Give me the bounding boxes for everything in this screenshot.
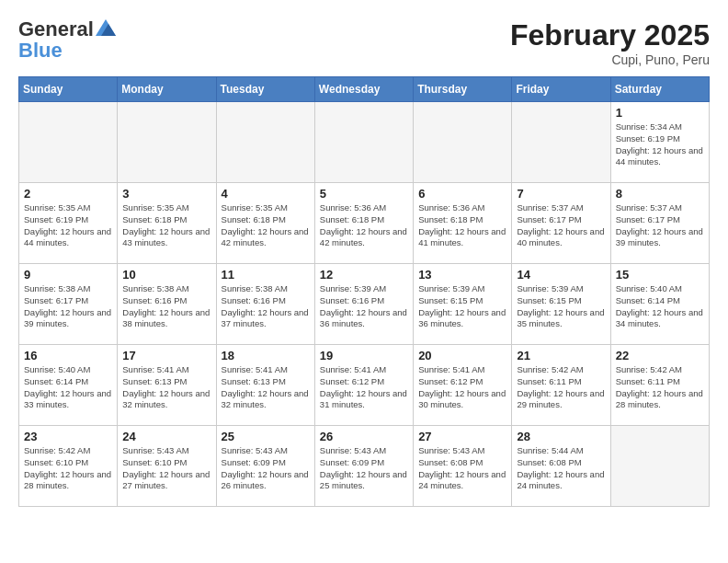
table-row: 16Sunrise: 5:40 AM Sunset: 6:14 PM Dayli…	[19, 345, 118, 426]
day-info: Sunrise: 5:37 AM Sunset: 6:17 PM Dayligh…	[616, 202, 704, 249]
day-info: Sunrise: 5:38 AM Sunset: 6:16 PM Dayligh…	[122, 283, 210, 330]
month-title: February 2025	[510, 18, 710, 52]
day-info: Sunrise: 5:36 AM Sunset: 6:18 PM Dayligh…	[320, 202, 408, 249]
table-row: 17Sunrise: 5:41 AM Sunset: 6:13 PM Dayli…	[118, 345, 216, 426]
day-number: 14	[517, 268, 605, 282]
day-number: 4	[222, 187, 310, 201]
table-row: 15Sunrise: 5:40 AM Sunset: 6:14 PM Dayli…	[610, 264, 709, 345]
day-number: 25	[222, 430, 310, 443]
table-row	[414, 102, 512, 183]
day-number: 7	[517, 187, 605, 201]
day-info: Sunrise: 5:38 AM Sunset: 6:16 PM Dayligh…	[222, 283, 310, 330]
day-info: Sunrise: 5:42 AM Sunset: 6:11 PM Dayligh…	[616, 364, 704, 411]
table-row: 21Sunrise: 5:42 AM Sunset: 6:11 PM Dayli…	[512, 345, 610, 426]
header-friday: Friday	[512, 77, 610, 102]
day-number: 1	[616, 106, 704, 120]
day-number: 19	[320, 349, 408, 362]
logo-icon	[96, 19, 116, 36]
day-info: Sunrise: 5:43 AM Sunset: 6:09 PM Dayligh…	[320, 445, 408, 492]
calendar-header: Sunday Monday Tuesday Wednesday Thursday…	[19, 77, 710, 102]
table-row: 14Sunrise: 5:39 AM Sunset: 6:15 PM Dayli…	[512, 264, 610, 345]
day-number: 26	[320, 430, 408, 443]
day-info: Sunrise: 5:40 AM Sunset: 6:14 PM Dayligh…	[616, 283, 704, 330]
day-info: Sunrise: 5:41 AM Sunset: 6:12 PM Dayligh…	[418, 364, 506, 411]
header-saturday: Saturday	[610, 77, 709, 102]
day-info: Sunrise: 5:42 AM Sunset: 6:10 PM Dayligh…	[24, 445, 112, 492]
day-info: Sunrise: 5:41 AM Sunset: 6:13 PM Dayligh…	[222, 364, 310, 411]
day-number: 16	[24, 349, 112, 362]
day-info: Sunrise: 5:41 AM Sunset: 6:13 PM Dayligh…	[122, 364, 210, 411]
day-info: Sunrise: 5:37 AM Sunset: 6:17 PM Dayligh…	[517, 202, 605, 249]
day-number: 27	[418, 430, 506, 443]
page-header: General Blue February 2025 Cupi, Puno, P…	[18, 18, 710, 67]
day-number: 6	[418, 187, 506, 201]
day-number: 11	[222, 268, 310, 282]
table-row: 6Sunrise: 5:36 AM Sunset: 6:18 PM Daylig…	[414, 183, 512, 264]
table-row: 4Sunrise: 5:35 AM Sunset: 6:18 PM Daylig…	[216, 183, 314, 264]
table-row	[19, 102, 118, 183]
table-row: 9Sunrise: 5:38 AM Sunset: 6:17 PM Daylig…	[19, 264, 118, 345]
day-number: 3	[122, 187, 210, 201]
table-row	[118, 102, 216, 183]
day-info: Sunrise: 5:40 AM Sunset: 6:14 PM Dayligh…	[24, 364, 112, 411]
table-row: 12Sunrise: 5:39 AM Sunset: 6:16 PM Dayli…	[314, 264, 413, 345]
table-row: 22Sunrise: 5:42 AM Sunset: 6:11 PM Dayli…	[610, 345, 709, 426]
table-row: 24Sunrise: 5:43 AM Sunset: 6:10 PM Dayli…	[118, 426, 216, 507]
day-number: 18	[222, 349, 310, 362]
day-info: Sunrise: 5:39 AM Sunset: 6:15 PM Dayligh…	[418, 283, 506, 330]
table-row: 28Sunrise: 5:44 AM Sunset: 6:08 PM Dayli…	[512, 426, 610, 507]
header-monday: Monday	[118, 77, 216, 102]
table-row: 20Sunrise: 5:41 AM Sunset: 6:12 PM Dayli…	[414, 345, 512, 426]
logo-blue: Blue	[18, 40, 118, 61]
table-row: 27Sunrise: 5:43 AM Sunset: 6:08 PM Dayli…	[414, 426, 512, 507]
day-number: 17	[122, 349, 210, 362]
table-row: 8Sunrise: 5:37 AM Sunset: 6:17 PM Daylig…	[610, 183, 709, 264]
day-number: 24	[122, 430, 210, 443]
table-row: 26Sunrise: 5:43 AM Sunset: 6:09 PM Dayli…	[314, 426, 413, 507]
table-row	[216, 102, 314, 183]
day-info: Sunrise: 5:35 AM Sunset: 6:18 PM Dayligh…	[122, 202, 210, 249]
day-info: Sunrise: 5:35 AM Sunset: 6:19 PM Dayligh…	[24, 202, 112, 249]
day-info: Sunrise: 5:43 AM Sunset: 6:09 PM Dayligh…	[222, 445, 310, 492]
day-number: 15	[616, 268, 704, 282]
day-number: 23	[24, 430, 112, 443]
table-row	[314, 102, 413, 183]
table-row: 7Sunrise: 5:37 AM Sunset: 6:17 PM Daylig…	[512, 183, 610, 264]
table-row: 3Sunrise: 5:35 AM Sunset: 6:18 PM Daylig…	[118, 183, 216, 264]
header-wednesday: Wednesday	[314, 77, 413, 102]
day-number: 20	[418, 349, 506, 362]
title-block: February 2025 Cupi, Puno, Peru	[510, 18, 710, 67]
day-number: 21	[517, 349, 605, 362]
day-number: 28	[517, 430, 605, 443]
table-row: 2Sunrise: 5:35 AM Sunset: 6:19 PM Daylig…	[19, 183, 118, 264]
location: Cupi, Puno, Peru	[510, 52, 710, 67]
calendar-table: Sunday Monday Tuesday Wednesday Thursday…	[18, 76, 710, 507]
header-thursday: Thursday	[414, 77, 512, 102]
day-info: Sunrise: 5:34 AM Sunset: 6:19 PM Dayligh…	[616, 121, 704, 168]
day-number: 2	[24, 187, 112, 201]
table-row: 18Sunrise: 5:41 AM Sunset: 6:13 PM Dayli…	[216, 345, 314, 426]
day-info: Sunrise: 5:36 AM Sunset: 6:18 PM Dayligh…	[418, 202, 506, 249]
table-row: 1Sunrise: 5:34 AM Sunset: 6:19 PM Daylig…	[610, 102, 709, 183]
day-number: 13	[418, 268, 506, 282]
day-info: Sunrise: 5:41 AM Sunset: 6:12 PM Dayligh…	[320, 364, 408, 411]
day-info: Sunrise: 5:43 AM Sunset: 6:08 PM Dayligh…	[418, 445, 506, 492]
header-tuesday: Tuesday	[216, 77, 314, 102]
day-info: Sunrise: 5:42 AM Sunset: 6:11 PM Dayligh…	[517, 364, 605, 411]
calendar-body: 1Sunrise: 5:34 AM Sunset: 6:19 PM Daylig…	[19, 102, 710, 507]
table-row: 23Sunrise: 5:42 AM Sunset: 6:10 PM Dayli…	[19, 426, 118, 507]
table-row	[512, 102, 610, 183]
table-row: 25Sunrise: 5:43 AM Sunset: 6:09 PM Dayli…	[216, 426, 314, 507]
day-info: Sunrise: 5:38 AM Sunset: 6:17 PM Dayligh…	[24, 283, 112, 330]
table-row	[610, 426, 709, 507]
logo: General Blue	[18, 18, 118, 61]
table-row: 5Sunrise: 5:36 AM Sunset: 6:18 PM Daylig…	[314, 183, 413, 264]
day-number: 8	[616, 187, 704, 201]
day-info: Sunrise: 5:39 AM Sunset: 6:15 PM Dayligh…	[517, 283, 605, 330]
day-number: 12	[320, 268, 408, 282]
day-number: 9	[24, 268, 112, 282]
table-row: 13Sunrise: 5:39 AM Sunset: 6:15 PM Dayli…	[414, 264, 512, 345]
table-row: 10Sunrise: 5:38 AM Sunset: 6:16 PM Dayli…	[118, 264, 216, 345]
logo-general: General	[18, 18, 94, 40]
day-number: 10	[122, 268, 210, 282]
